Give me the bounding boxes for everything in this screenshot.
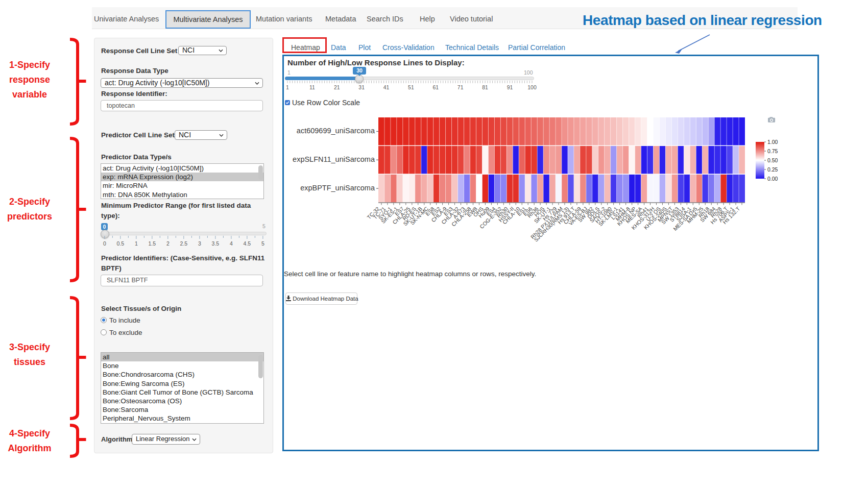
svg-text:0.75: 0.75 xyxy=(767,148,778,154)
svg-text:expSLFN11_uniSarcoma: expSLFN11_uniSarcoma xyxy=(293,155,375,163)
svg-text:0.25: 0.25 xyxy=(767,166,778,173)
svg-text:expBPTF_uniSarcoma: expBPTF_uniSarcoma xyxy=(300,184,375,192)
svg-text:0.00: 0.00 xyxy=(767,176,778,182)
svg-text:act609699_uniSarcoma: act609699_uniSarcoma xyxy=(297,127,375,135)
svg-text:1.00: 1.00 xyxy=(767,139,778,145)
svg-text:0.50: 0.50 xyxy=(767,157,778,163)
